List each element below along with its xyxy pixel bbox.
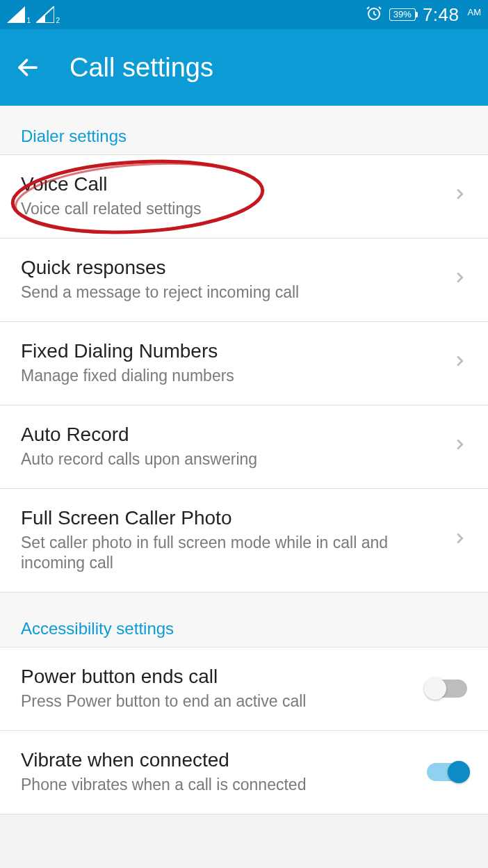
section-header-dialer: Dialer settings bbox=[0, 106, 488, 154]
clock-ampm: AM bbox=[468, 7, 482, 17]
signal-sim2-icon: 2 bbox=[36, 6, 54, 23]
item-title: Full Screen Caller Photo bbox=[21, 506, 417, 530]
item-subtitle: Voice call related settings bbox=[21, 199, 417, 220]
clock-time: 7:48 bbox=[423, 4, 459, 26]
item-subtitle: Phone vibrates when a call is connected bbox=[21, 775, 392, 796]
chevron-right-icon bbox=[452, 186, 467, 204]
arrow-left-icon bbox=[15, 55, 40, 80]
signal-sim1-icon: 1 bbox=[7, 6, 25, 23]
chevron-right-icon bbox=[452, 437, 467, 455]
item-subtitle: Manage fixed dialing numbers bbox=[21, 366, 417, 387]
section-header-accessibility: Accessibility settings bbox=[0, 619, 488, 647]
page-title: Call settings bbox=[70, 53, 213, 83]
item-title: Auto Record bbox=[21, 422, 417, 447]
item-subtitle: Auto record calls upon answering bbox=[21, 449, 417, 470]
back-button[interactable] bbox=[14, 54, 42, 81]
item-vibrate-when-connected[interactable]: Vibrate when connected Phone vibrates wh… bbox=[0, 731, 488, 814]
svg-marker-0 bbox=[7, 6, 25, 23]
item-quick-responses[interactable]: Quick responses Send a message to reject… bbox=[0, 239, 488, 322]
toggle-power-end[interactable] bbox=[427, 680, 467, 698]
item-title: Fixed Dialing Numbers bbox=[21, 339, 417, 363]
battery-icon: 39% bbox=[389, 8, 416, 21]
chevron-right-icon bbox=[452, 353, 467, 371]
item-subtitle: Send a message to reject incoming call bbox=[21, 282, 417, 303]
item-subtitle: Set caller photo in full screen mode whi… bbox=[21, 533, 417, 574]
chevron-right-icon bbox=[452, 531, 467, 549]
item-subtitle: Press Power button to end an active call bbox=[21, 691, 392, 712]
chevron-right-icon bbox=[452, 270, 467, 288]
status-bar: 1 2 39% 7:48 AM bbox=[0, 0, 488, 29]
item-auto-record[interactable]: Auto Record Auto record calls upon answe… bbox=[0, 405, 488, 489]
item-power-button-ends-call[interactable]: Power button ends call Press Power butto… bbox=[0, 647, 488, 731]
toggle-vibrate[interactable] bbox=[427, 763, 467, 781]
app-bar: Call settings bbox=[0, 29, 488, 106]
item-title: Quick responses bbox=[21, 255, 417, 280]
item-full-screen-caller-photo[interactable]: Full Screen Caller Photo Set caller phot… bbox=[0, 489, 488, 593]
item-title: Vibrate when connected bbox=[21, 748, 392, 772]
item-voice-call[interactable]: Voice Call Voice call related settings bbox=[0, 154, 488, 239]
alarm-icon bbox=[366, 5, 382, 25]
settings-list: Dialer settings Voice Call Voice call re… bbox=[0, 106, 488, 814]
item-title: Voice Call bbox=[21, 172, 417, 196]
item-fixed-dialing-numbers[interactable]: Fixed Dialing Numbers Manage fixed diali… bbox=[0, 322, 488, 405]
item-title: Power button ends call bbox=[21, 664, 392, 689]
